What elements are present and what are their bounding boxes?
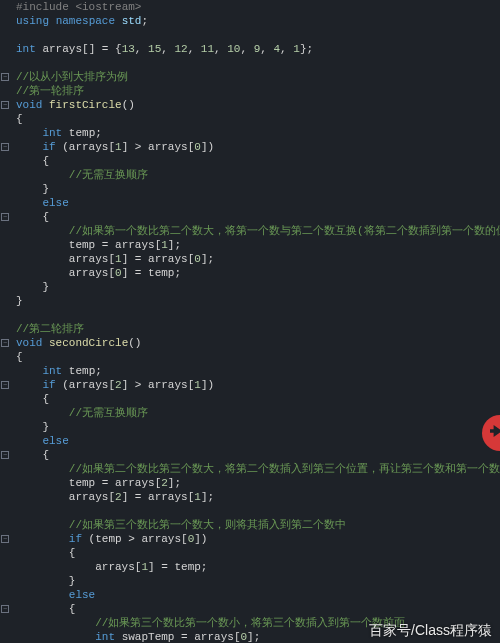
fold-collapse-icon[interactable]: − <box>1 143 9 151</box>
code-line[interactable]: arrays[0] = temp; <box>16 266 500 280</box>
fold-collapse-icon[interactable]: − <box>1 101 9 109</box>
fold-marker <box>0 182 10 196</box>
fold-marker <box>0 574 10 588</box>
code-line[interactable]: int temp; <box>16 126 500 140</box>
code-line[interactable]: arrays[1] = temp; <box>16 560 500 574</box>
fold-marker <box>0 364 10 378</box>
code-line[interactable]: } <box>16 294 500 308</box>
code-line[interactable] <box>16 56 500 70</box>
fold-collapse-icon[interactable]: − <box>1 451 9 459</box>
fold-marker[interactable]: − <box>0 336 10 350</box>
code-line[interactable] <box>16 28 500 42</box>
code-line[interactable]: //如果第三个数比第一个数大，则将其插入到第二个数中 <box>16 518 500 532</box>
code-line[interactable]: } <box>16 182 500 196</box>
fold-marker[interactable]: − <box>0 448 10 462</box>
fold-marker <box>0 518 10 532</box>
code-line[interactable]: int arrays[] = {13, 15, 12, 11, 10, 9, 4… <box>16 42 500 56</box>
code-line[interactable]: #include <iostream> <box>16 0 500 14</box>
code-line[interactable]: //以从小到大排序为例 <box>16 70 500 84</box>
fold-marker[interactable]: − <box>0 98 10 112</box>
fold-marker <box>0 490 10 504</box>
code-line[interactable]: temp = arrays[1]; <box>16 238 500 252</box>
fold-marker <box>0 560 10 574</box>
fold-marker <box>0 84 10 98</box>
code-line[interactable]: { <box>16 392 500 406</box>
code-line[interactable]: //无需互换顺序 <box>16 168 500 182</box>
code-line[interactable]: else <box>16 434 500 448</box>
fold-marker[interactable]: − <box>0 210 10 224</box>
watermark-text: 百家号/Class程序猿 <box>369 623 492 637</box>
fold-marker <box>0 28 10 42</box>
code-line[interactable]: { <box>16 210 500 224</box>
code-line[interactable]: arrays[1] = arrays[0]; <box>16 252 500 266</box>
fold-gutter[interactable]: −−−−−−−−− <box>0 0 14 643</box>
code-line[interactable]: arrays[2] = arrays[1]; <box>16 490 500 504</box>
fold-collapse-icon[interactable]: − <box>1 605 9 613</box>
fold-marker <box>0 14 10 28</box>
fold-marker <box>0 266 10 280</box>
fold-marker <box>0 406 10 420</box>
code-line[interactable]: { <box>16 546 500 560</box>
fold-marker <box>0 112 10 126</box>
fold-marker <box>0 280 10 294</box>
code-line[interactable]: //第一轮排序 <box>16 84 500 98</box>
fold-collapse-icon[interactable]: − <box>1 535 9 543</box>
code-line[interactable]: else <box>16 196 500 210</box>
fold-marker <box>0 434 10 448</box>
code-line[interactable]: //如果第一个数比第二个数大，将第一个数与第二个数互换(将第二个数插到第一个数的… <box>16 224 500 238</box>
fold-marker[interactable]: − <box>0 140 10 154</box>
fold-marker[interactable]: − <box>0 602 10 616</box>
fold-marker <box>0 476 10 490</box>
code-line[interactable]: { <box>16 448 500 462</box>
fold-marker <box>0 588 10 602</box>
fold-marker <box>0 350 10 364</box>
code-line[interactable]: void firstCircle() <box>16 98 500 112</box>
fold-marker <box>0 154 10 168</box>
code-line[interactable]: { <box>16 154 500 168</box>
code-line[interactable]: using namespace std; <box>16 14 500 28</box>
fold-marker <box>0 42 10 56</box>
code-area[interactable]: #include <iostream>using namespace std;i… <box>14 0 500 643</box>
fold-marker <box>0 56 10 70</box>
fold-marker[interactable]: − <box>0 70 10 84</box>
fold-collapse-icon[interactable]: − <box>1 381 9 389</box>
fold-marker <box>0 504 10 518</box>
code-line[interactable]: else <box>16 588 500 602</box>
fold-marker <box>0 392 10 406</box>
code-line[interactable]: //如果第二个数比第三个数大，将第二个数插入到第三个位置，再让第三个数和第一个数… <box>16 462 500 476</box>
fold-marker <box>0 462 10 476</box>
code-line[interactable]: if (temp > arrays[0]) <box>16 532 500 546</box>
fold-marker[interactable]: − <box>0 532 10 546</box>
code-line[interactable]: { <box>16 112 500 126</box>
fold-marker <box>0 238 10 252</box>
fold-marker <box>0 168 10 182</box>
fold-marker <box>0 630 10 643</box>
fold-collapse-icon[interactable]: − <box>1 213 9 221</box>
fold-marker <box>0 0 10 14</box>
fold-collapse-icon[interactable]: − <box>1 339 9 347</box>
fold-marker[interactable]: − <box>0 378 10 392</box>
code-editor[interactable]: −−−−−−−−− #include <iostream>using names… <box>0 0 500 643</box>
code-line[interactable]: } <box>16 280 500 294</box>
code-line[interactable]: { <box>16 602 500 616</box>
fold-marker <box>0 224 10 238</box>
code-line[interactable]: void secondCircle() <box>16 336 500 350</box>
code-line[interactable]: if (arrays[2] > arrays[1]) <box>16 378 500 392</box>
code-line[interactable] <box>16 308 500 322</box>
code-line[interactable]: if (arrays[1] > arrays[0]) <box>16 140 500 154</box>
code-line[interactable]: temp = arrays[2]; <box>16 476 500 490</box>
code-line[interactable]: //无需互换顺序 <box>16 406 500 420</box>
code-line[interactable]: int temp; <box>16 364 500 378</box>
code-line[interactable] <box>16 504 500 518</box>
fold-marker <box>0 322 10 336</box>
fold-marker <box>0 126 10 140</box>
fold-marker <box>0 294 10 308</box>
fold-collapse-icon[interactable]: − <box>1 73 9 81</box>
fold-marker <box>0 308 10 322</box>
code-line[interactable]: } <box>16 574 500 588</box>
fold-marker <box>0 420 10 434</box>
fold-marker <box>0 196 10 210</box>
code-line[interactable]: { <box>16 350 500 364</box>
code-line[interactable]: } <box>16 420 500 434</box>
code-line[interactable]: //第二轮排序 <box>16 322 500 336</box>
